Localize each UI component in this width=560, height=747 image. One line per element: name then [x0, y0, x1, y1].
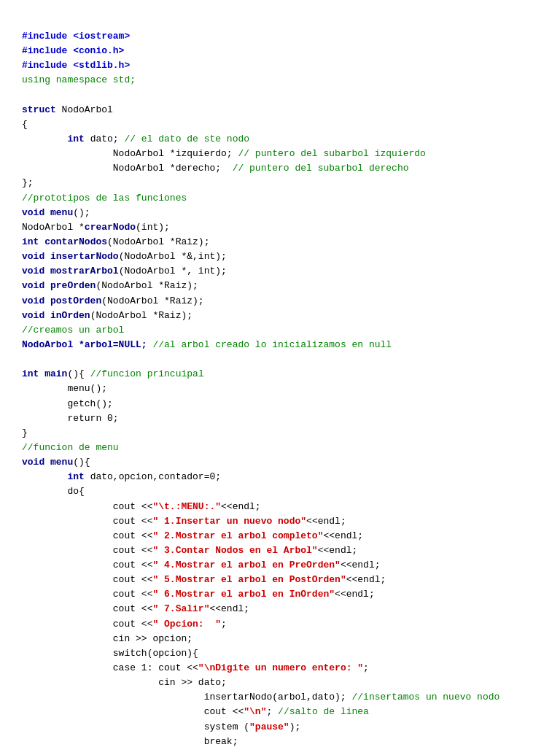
code-token: main	[44, 368, 67, 379]
code-line: #include <stdlib.h>	[22, 58, 538, 73]
code-token: int	[67, 133, 84, 144]
code-token: <<endl;	[323, 530, 363, 541]
code-token: " 6.Mostrar el arbol en InOrden"	[152, 589, 335, 600]
code-token: menu();	[22, 383, 107, 394]
code-token: crearNodo	[85, 222, 136, 233]
code-token: ;	[363, 662, 369, 673]
code-token: NodoArbol	[62, 104, 113, 115]
code-token: cout <<	[22, 530, 152, 541]
code-token: void	[22, 280, 50, 291]
code-token: //prototipos de las funciones	[22, 193, 187, 204]
code-display: #include <iostream>#include <conio.h>#in…	[22, 29, 538, 747]
code-line: int contarNodos(NodoArbol *Raiz);	[22, 235, 538, 249]
code-token: getch();	[22, 398, 113, 409]
code-line: void preOrden(NodoArbol *Raiz);	[22, 279, 538, 293]
code-token: void	[22, 295, 50, 306]
code-line: }	[22, 426, 538, 441]
code-token: NodoArbol *	[22, 222, 85, 233]
code-token: cout <<	[22, 560, 152, 570]
code-line: NodoArbol *derecho; // puntero del subar…	[22, 161, 538, 176]
code-token: (){	[67, 368, 90, 379]
code-token: NodoArbol *arbol=NULL;	[22, 339, 152, 350]
code-token: #include <conio.h>	[22, 45, 124, 56]
code-token: (NodoArbol *&,int);	[119, 251, 227, 262]
code-token: menu	[50, 207, 73, 218]
code-line	[22, 352, 538, 367]
code-token: cout <<	[22, 501, 152, 512]
code-token: (){	[73, 457, 90, 468]
code-token: (int);	[136, 222, 170, 233]
code-line: cout <<"\n"; //salto de linea	[22, 705, 538, 719]
code-token: dato,opcion,contador=0;	[85, 471, 221, 482]
code-line: void menu();	[22, 206, 538, 220]
code-line: {	[22, 117, 538, 132]
code-line: cout <<" Opcion: ";	[22, 617, 538, 632]
code-token: void	[22, 310, 50, 321]
code-token: cout <<	[22, 545, 152, 556]
code-token: menu	[50, 457, 73, 468]
code-token: cout <<	[22, 603, 152, 614]
code-token: dato;	[85, 133, 125, 144]
code-token: " 2.Mostrar el arbol completo"	[152, 530, 323, 541]
code-token: (NodoArbol *Raiz);	[90, 310, 192, 321]
code-token: " 3.Contar Nodos en el Arbol"	[152, 545, 317, 556]
code-token: contarNodos	[44, 236, 107, 247]
code-line: NodoArbol *crearNodo(int);	[22, 220, 538, 235]
code-line: #include <conio.h>	[22, 44, 538, 58]
code-token: //salto de linea	[278, 706, 369, 717]
code-token: int	[22, 236, 44, 247]
code-line: switch(opcion){	[22, 646, 538, 661]
code-token: struct	[22, 104, 62, 115]
code-line: insertarNodo(arbol,dato); //insertamos u…	[22, 690, 538, 705]
code-token: //insertamos un nuevo nodo	[351, 692, 499, 703]
code-token: <<endl;	[318, 545, 358, 556]
code-token: //funcion princuipal	[90, 368, 204, 379]
code-line: cout <<" 2.Mostrar el arbol completo"<<e…	[22, 529, 538, 543]
code-token: (NodoArbol *Raiz);	[96, 280, 198, 291]
code-line	[22, 88, 538, 103]
code-line: cin >> opcion;	[22, 632, 538, 646]
code-token: #include <stdlib.h>	[22, 60, 130, 71]
code-line: void insertarNodo(NodoArbol *&,int);	[22, 249, 538, 264]
code-line: return 0;	[22, 411, 538, 426]
code-line: //funcion de menu	[22, 441, 538, 455]
code-line: NodoArbol *izquierdo; // puntero del sub…	[22, 147, 538, 161]
code-token: void	[22, 457, 50, 468]
code-token: " 1.Insertar un nuevo nodo"	[152, 516, 306, 527]
code-token: // puntero del subarbol izquierdo	[238, 148, 425, 159]
code-token: int	[67, 471, 84, 482]
code-token: // puntero del subarbol derecho	[233, 163, 409, 174]
code-line: //creamos un arbol	[22, 323, 538, 338]
code-line: void mostrarArbol(NodoArbol *, int);	[22, 264, 538, 279]
code-token: " 7.Salir"	[152, 603, 209, 614]
code-token: int	[22, 368, 44, 379]
code-token: NodoArbol *izquierdo;	[22, 148, 238, 159]
code-line: cin >> dato;	[22, 676, 538, 690]
code-token: cout <<	[22, 574, 152, 585]
code-token: "\t.:MENU:."	[152, 501, 221, 512]
code-line: cout <<" 7.Salir"<<endl;	[22, 602, 538, 616]
code-token: ;	[221, 619, 227, 630]
code-token: };	[22, 177, 34, 188]
code-line: menu();	[22, 382, 538, 396]
code-token: "pause"	[249, 721, 289, 732]
code-token: #include <iostream>	[22, 31, 130, 42]
code-line: struct NodoArbol	[22, 103, 538, 117]
code-line: cout <<"\t.:MENU:."<<endl;	[22, 500, 538, 514]
code-token: cin >> dato;	[22, 677, 227, 688]
code-token: <<endl;	[346, 574, 386, 585]
code-line: int dato; // el dato de ste nodo	[22, 132, 538, 147]
code-line: //prototipos de las funciones	[22, 191, 538, 206]
code-token	[22, 471, 67, 482]
code-line: NodoArbol *arbol=NULL; //al arbol creado…	[22, 338, 538, 352]
code-line: #include <iostream>	[22, 29, 538, 44]
code-token: NodoArbol *derecho;	[22, 163, 233, 174]
code-token: //al arbol creado lo inicializamos en nu…	[152, 339, 392, 350]
code-token: system (	[22, 721, 249, 732]
code-token: "\nDigite un numero entero: "	[198, 662, 363, 673]
code-line: };	[22, 176, 538, 190]
code-token: do{	[22, 486, 85, 497]
code-token: break;	[22, 736, 238, 747]
code-line: int dato,opcion,contador=0;	[22, 470, 538, 484]
code-token: insertarNodo	[50, 251, 119, 262]
